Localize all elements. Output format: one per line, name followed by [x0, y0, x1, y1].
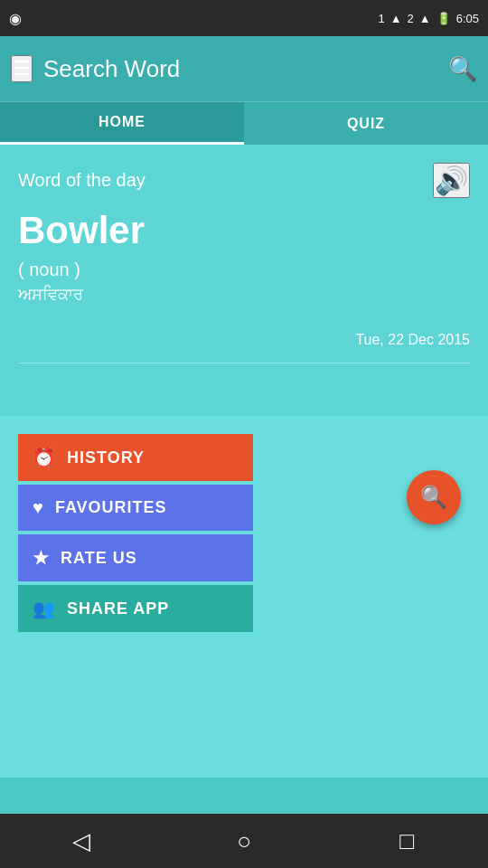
history-button[interactable]: ⏰ HISTORY [18, 434, 253, 481]
recents-square-icon: □ [399, 827, 414, 855]
app-title: Search Word [43, 55, 437, 83]
clock-icon: ⏰ [33, 447, 56, 468]
search-icon: 🔍 [448, 55, 477, 82]
bottom-navigation: ◁ ○ □ [0, 814, 488, 868]
recents-button[interactable]: □ [380, 823, 434, 859]
star-icon: ★ [33, 547, 50, 569]
signal-icon-2: 2 [408, 12, 414, 25]
android-icon: ◉ [9, 10, 22, 27]
floating-search-icon: 🔍 [420, 485, 447, 510]
battery-icon: 🔋 [436, 12, 451, 25]
rate-us-button[interactable]: ★ RATE US [18, 534, 253, 581]
time-display: 6:05 [456, 12, 479, 25]
header-search-button[interactable]: 🔍 [448, 55, 477, 83]
status-left: ◉ [9, 10, 22, 27]
speaker-button[interactable]: 🔊 [433, 163, 470, 198]
favourites-label: FAVOURITES [55, 498, 167, 517]
tab-home[interactable]: HOME [0, 102, 244, 145]
signal-icon-1: 1 [378, 12, 384, 25]
tab-quiz-label: QUIZ [347, 116, 385, 132]
status-bar: ◉ 1 ▲ 2 ▲ 🔋 6:05 [0, 0, 488, 36]
signal-bar-1: ▲ [390, 12, 402, 25]
favourites-button[interactable]: ♥ FAVOURITES [18, 485, 253, 531]
hamburger-icon: ☰ [13, 57, 31, 80]
hamburger-button[interactable]: ☰ [11, 55, 33, 82]
home-button[interactable]: ○ [217, 823, 271, 859]
word-translation: ਅਸਵਿਕਾਰ [18, 286, 470, 305]
word-date: Tue, 22 Dec 2015 [18, 332, 470, 363]
rate-us-label: RATE US [61, 549, 137, 568]
tab-home-label: HOME [99, 114, 145, 130]
speaker-icon: 🔊 [435, 165, 468, 195]
history-label: HISTORY [67, 448, 145, 467]
home-circle-icon: ○ [237, 827, 251, 855]
word-display: Bowler [18, 209, 470, 252]
people-icon: 👥 [33, 598, 56, 619]
share-app-button[interactable]: 👥 SHARE APP [18, 585, 253, 632]
floating-search-button[interactable]: 🔍 [407, 470, 461, 524]
heart-icon: ♥ [33, 497, 44, 518]
share-app-label: SHARE APP [67, 599, 169, 618]
word-of-day-header: Word of the day 🔊 [18, 163, 470, 198]
header: ☰ Search Word 🔍 [0, 36, 488, 101]
status-right: 1 ▲ 2 ▲ 🔋 6:05 [378, 12, 479, 25]
tab-bar: HOME QUIZ [0, 101, 488, 145]
back-button[interactable]: ◁ [54, 823, 108, 859]
signal-bar-2: ▲ [419, 12, 431, 25]
word-of-day-section: Word of the day 🔊 Bowler ( noun ) ਅਸਵਿਕਾ… [0, 145, 488, 416]
word-of-day-label: Word of the day [18, 170, 145, 191]
word-type: ( noun ) [18, 259, 470, 280]
lower-section: ⏰ HISTORY ♥ FAVOURITES ★ RATE US 👥 SHARE… [0, 416, 488, 778]
menu-buttons: ⏰ HISTORY ♥ FAVOURITES ★ RATE US 👥 SHARE… [18, 434, 253, 636]
tab-quiz[interactable]: QUIZ [244, 102, 488, 145]
back-icon: ◁ [72, 827, 90, 855]
